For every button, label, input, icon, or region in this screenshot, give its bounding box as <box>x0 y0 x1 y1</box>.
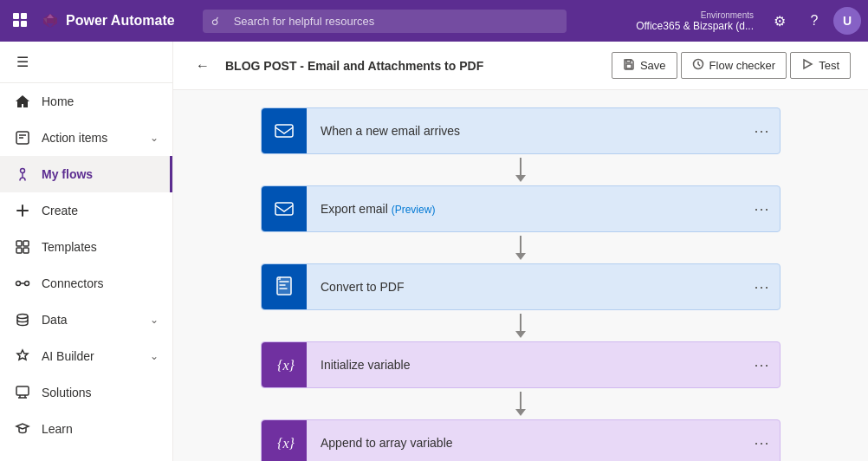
svg-rect-8 <box>16 248 22 253</box>
step-label-1: When a new email arrives <box>307 124 743 138</box>
flow-checker-icon <box>692 58 704 73</box>
flow-step-export-email[interactable]: Export email (Preview) ⋯ <box>261 185 781 232</box>
action-items-icon <box>14 129 31 146</box>
sidebar-label-solutions: Solutions <box>42 386 159 399</box>
svg-rect-6 <box>16 241 22 246</box>
sidebar-label-create: Create <box>42 204 159 218</box>
svg-rect-0 <box>13 13 19 19</box>
connector-4 <box>261 388 781 419</box>
sidebar-top: ☰ <box>0 42 172 83</box>
sidebar-item-action-items[interactable]: Action items ⌄ <box>0 120 172 156</box>
flow-checker-button[interactable]: Flow checker <box>681 52 787 79</box>
avatar-initials: U <box>833 7 861 35</box>
save-label: Save <box>640 59 666 72</box>
flow-actions: Save Flow checker Test <box>612 52 851 79</box>
topbar: Power Automate ☌ Environments Office365 … <box>0 0 868 42</box>
sidebar-label-learn: Learn <box>42 422 159 436</box>
svg-rect-2 <box>13 21 19 27</box>
sidebar-item-solutions[interactable]: Solutions <box>0 374 172 411</box>
learn-icon <box>14 420 31 438</box>
connectors-icon <box>14 275 31 292</box>
flow-header: ← BLOG POST - Email and Attachments to P… <box>173 42 868 90</box>
step-label-2: Export email (Preview) <box>307 202 743 216</box>
step-more-5[interactable]: ⋯ <box>743 433 780 452</box>
search-icon: ☌ <box>211 15 219 28</box>
templates-icon <box>14 238 31 256</box>
svg-point-11 <box>25 282 29 286</box>
my-flows-icon <box>14 166 31 183</box>
step-more-1[interactable]: ⋯ <box>743 121 780 140</box>
sidebar-label-templates: Templates <box>42 240 159 254</box>
sidebar-item-learn[interactable]: Learn <box>0 411 172 447</box>
sidebar-item-ai-builder[interactable]: AI Builder ⌄ <box>0 338 172 374</box>
step-label-4: Initialize variable <box>307 358 743 372</box>
svg-rect-13 <box>16 386 29 395</box>
environment-selector[interactable]: Environments Office365 & Bizspark (d... <box>636 10 761 32</box>
flow-step-convert-pdf[interactable]: Convert to PDF ⋯ <box>261 263 781 310</box>
step-icon-pdf <box>262 264 307 309</box>
help-icon[interactable]: ? <box>799 5 830 36</box>
avatar[interactable]: U <box>833 7 861 35</box>
svg-rect-17 <box>275 125 293 137</box>
home-icon <box>14 93 31 110</box>
step-icon-email2 <box>262 186 307 231</box>
create-icon <box>14 202 31 219</box>
flow-step-init-var[interactable]: {x} Initialize variable ⋯ <box>261 341 781 388</box>
sidebar-item-create[interactable]: Create <box>0 192 172 229</box>
sidebar-label-connectors: Connectors <box>42 276 159 290</box>
test-icon <box>801 58 813 73</box>
action-items-chevron: ⌄ <box>150 132 159 144</box>
step-more-4[interactable]: ⋯ <box>743 355 780 374</box>
svg-rect-3 <box>21 21 27 27</box>
hamburger-button[interactable]: ☰ <box>7 47 38 78</box>
connector-3 <box>261 310 781 341</box>
sidebar-label-home: Home <box>42 94 159 108</box>
svg-text:{x}: {x} <box>277 436 295 451</box>
sidebar-item-home[interactable]: Home <box>0 83 172 120</box>
step-more-3[interactable]: ⋯ <box>743 277 780 296</box>
solutions-icon <box>14 384 31 401</box>
svg-point-12 <box>17 315 28 319</box>
brand-text: Power Automate <box>66 13 175 29</box>
step-icon-email1 <box>262 108 307 153</box>
ai-builder-chevron: ⌄ <box>150 350 159 362</box>
connector-2 <box>261 232 781 263</box>
sidebar-item-templates[interactable]: Templates <box>0 229 172 265</box>
main-content: ← BLOG POST - Email and Attachments to P… <box>173 42 868 461</box>
env-label: Environments <box>701 10 754 20</box>
sidebar-item-data[interactable]: Data ⌄ <box>0 302 172 338</box>
sidebar-label-ai-builder: AI Builder <box>42 349 139 363</box>
step-icon-var2: {x} <box>262 420 307 461</box>
env-name: Office365 & Bizspark (d... <box>636 20 754 32</box>
test-button[interactable]: Test <box>790 52 851 79</box>
apps-grid-icon[interactable] <box>0 0 42 42</box>
brand: Power Automate <box>42 12 189 29</box>
svg-point-10 <box>16 282 21 286</box>
topbar-right: Environments Office365 & Bizspark (d... … <box>636 5 868 36</box>
search-bar[interactable]: ☌ <box>203 10 567 33</box>
sidebar-label-my-flows: My flows <box>42 167 156 181</box>
settings-icon[interactable]: ⚙ <box>764 5 795 36</box>
search-input[interactable] <box>203 10 567 33</box>
save-button[interactable]: Save <box>612 52 677 79</box>
step-more-2[interactable]: ⋯ <box>743 199 780 218</box>
svg-rect-1 <box>21 13 27 19</box>
flow-step-append-var[interactable]: {x} Append to array variable ⋯ <box>261 419 781 461</box>
sidebar: ☰ Home Action items ⌄ My flows <box>0 42 173 461</box>
svg-rect-7 <box>23 241 29 246</box>
sidebar-label-action-items: Action items <box>42 131 139 145</box>
flow-checker-label: Flow checker <box>709 59 776 72</box>
flow-title: BLOG POST - Email and Attachments to PDF <box>225 59 601 73</box>
data-chevron: ⌄ <box>150 314 159 326</box>
sidebar-item-my-flows[interactable]: My flows <box>0 156 172 192</box>
save-icon <box>623 58 635 73</box>
data-icon <box>14 311 31 328</box>
svg-rect-14 <box>626 64 632 68</box>
preview-tag: (Preview) <box>392 204 436 216</box>
flow-step-when-email[interactable]: When a new email arrives ⋯ <box>261 107 781 154</box>
step-label-3: Convert to PDF <box>307 280 743 294</box>
back-button[interactable]: ← <box>191 54 215 78</box>
sidebar-item-connectors[interactable]: Connectors <box>0 265 172 302</box>
connector-1 <box>261 154 781 185</box>
layout: ☰ Home Action items ⌄ My flows <box>0 42 868 461</box>
